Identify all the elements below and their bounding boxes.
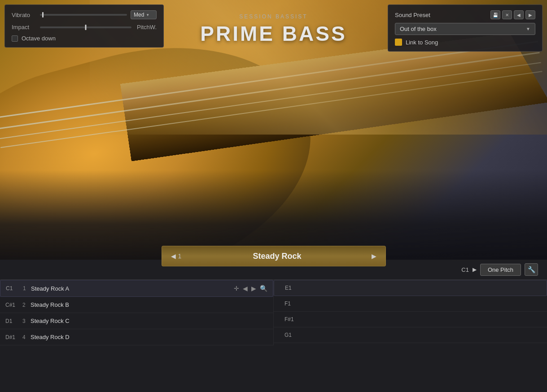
pattern-item-name: Steady Rock D <box>31 334 268 340</box>
sound-preset-label: Sound Preset <box>395 12 430 18</box>
wrench-icon: 🔧 <box>528 266 535 273</box>
chevron-down-icon: ▼ <box>526 26 530 31</box>
list-item[interactable]: F#1 <box>274 312 547 327</box>
octave-checkbox[interactable] <box>12 35 18 42</box>
controls-bar-right: C1 ▶ One Pitch 🔧 <box>461 263 538 276</box>
list-item[interactable]: D#1 4 Steady Rock D <box>0 329 273 345</box>
prev-pattern-button[interactable]: ◀ <box>169 253 178 260</box>
pattern-name: Steady Rock <box>185 252 369 261</box>
pattern-item-name: Steady Rock A <box>31 285 234 292</box>
pattern-list: C1 1 Steady Rock A ✛ ◀ ▶ 🔍 C#1 2 Steady … <box>0 280 547 345</box>
note-key: G1 <box>284 332 302 338</box>
item-icons: ✛ ◀ ▶ 🔍 <box>234 285 267 292</box>
pattern-num: 3 <box>22 318 31 324</box>
pattern-bar: ◀ 1 Steady Rock ▶ <box>162 246 386 266</box>
list-item[interactable]: D1 3 Steady Rock C <box>0 313 273 329</box>
save-preset-button[interactable]: 💾 <box>490 10 500 19</box>
list-item[interactable]: E1 <box>274 280 547 296</box>
impact-row: Impact PitchW. <box>12 24 157 30</box>
note-key: D1 <box>5 318 22 324</box>
vibrato-label: Vibrato <box>12 12 36 18</box>
pattern-list-right: E1 F1 F#1 G1 <box>274 280 547 345</box>
octave-label: Octave down <box>22 35 56 42</box>
arrow-left-icon[interactable]: ◀ <box>243 285 248 292</box>
vibrato-row: Vibrato Med <box>12 10 157 19</box>
list-item[interactable]: C#1 2 Steady Rock B <box>0 297 273 313</box>
one-pitch-button[interactable]: One Pitch <box>480 264 521 276</box>
move-icon[interactable]: ✛ <box>234 285 239 292</box>
note-key: F1 <box>284 301 302 307</box>
cancel-preset-button[interactable]: ✕ <box>502 10 512 19</box>
arrow-right-icon[interactable]: ▶ <box>251 285 256 292</box>
list-item[interactable]: G1 <box>274 327 547 343</box>
top-right-panel: Sound Preset 💾 ✕ ◀ ▶ Out of the box ▼ Li… <box>388 4 543 52</box>
prev-preset-button[interactable]: ◀ <box>514 10 524 19</box>
pattern-item-name: Steady Rock B <box>31 301 268 308</box>
link-to-song-label: Link to Song <box>406 39 438 46</box>
top-left-panel: Vibrato Med Impact PitchW. Octave down <box>4 4 164 48</box>
preset-controls: 💾 ✕ ◀ ▶ <box>490 10 535 19</box>
pattern-num: 2 <box>22 302 31 308</box>
next-preset-button[interactable]: ▶ <box>525 10 535 19</box>
preset-dropdown[interactable]: Out of the box ▼ <box>395 23 535 35</box>
main-title: PRIME BASS <box>200 22 346 46</box>
pitchw-label: PitchW. <box>137 24 157 30</box>
pattern-number: 1 <box>178 253 182 260</box>
note-key: E1 <box>285 285 302 291</box>
octave-row: Octave down <box>12 35 157 42</box>
vibrato-slider[interactable] <box>40 14 127 16</box>
note-key: D#1 <box>5 334 22 340</box>
link-to-song-row: Link to Song <box>395 39 535 46</box>
vibrato-dropdown[interactable]: Med <box>131 10 157 19</box>
preset-value: Out of the box <box>400 26 437 32</box>
link-color-swatch[interactable] <box>395 39 402 46</box>
pattern-list-left: C1 1 Steady Rock A ✛ ◀ ▶ 🔍 C#1 2 Steady … <box>0 280 274 345</box>
search-icon[interactable]: 🔍 <box>260 285 267 292</box>
center-title: SESSION BASSIST PRIME BASS <box>200 13 346 46</box>
note-key: F#1 <box>284 316 302 322</box>
pattern-item-name: Steady Rock C <box>31 318 268 324</box>
note-key: C1 <box>6 285 23 292</box>
pattern-num: 1 <box>23 285 31 292</box>
impact-label: Impact <box>12 24 36 30</box>
key-indicator: C1 <box>461 266 469 273</box>
list-item[interactable]: F1 <box>274 296 547 312</box>
sound-preset-header: Sound Preset 💾 ✕ ◀ ▶ <box>395 10 535 19</box>
pattern-selector: ◀ 1 Steady Rock ▶ <box>162 246 386 266</box>
bottom-section: C1 ▶ One Pitch 🔧 C1 1 Steady Rock A ✛ ◀ … <box>0 260 547 392</box>
impact-slider[interactable] <box>40 26 131 28</box>
subtitle: SESSION BASSIST <box>200 13 346 20</box>
pattern-num: 4 <box>22 334 31 340</box>
next-pattern-button[interactable]: ▶ <box>369 253 379 260</box>
list-item[interactable]: C1 1 Steady Rock A ✛ ◀ ▶ 🔍 <box>0 280 273 297</box>
wrench-button[interactable]: 🔧 <box>525 263 538 276</box>
note-key: C#1 <box>5 302 22 308</box>
key-arrow-icon: ▶ <box>473 266 477 273</box>
